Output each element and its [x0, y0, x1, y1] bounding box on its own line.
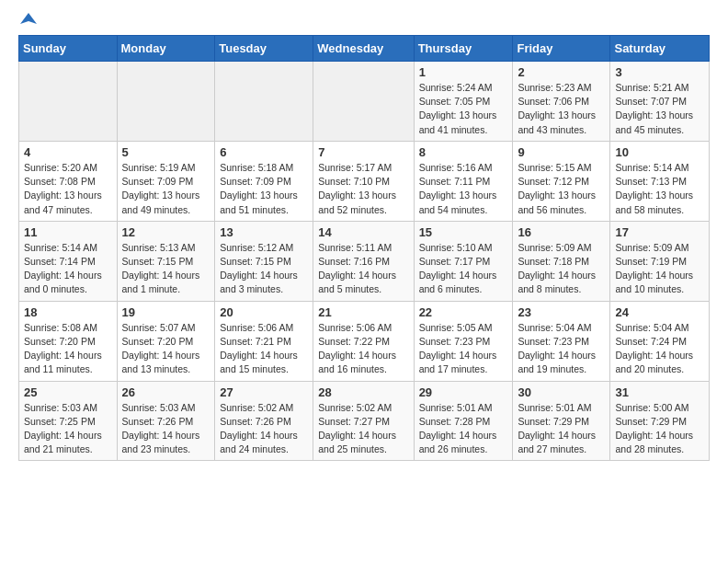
- day-cell: 21Sunrise: 5:06 AM Sunset: 7:22 PM Dayli…: [313, 301, 414, 381]
- day-cell: 12Sunrise: 5:13 AM Sunset: 7:15 PM Dayli…: [117, 221, 215, 301]
- day-number: 21: [318, 305, 408, 319]
- day-number: 30: [518, 385, 605, 399]
- day-info: Sunrise: 5:09 AM Sunset: 7:19 PM Dayligh…: [615, 241, 704, 297]
- header: [18, 15, 710, 28]
- day-info: Sunrise: 5:09 AM Sunset: 7:18 PM Dayligh…: [518, 241, 605, 297]
- day-number: 16: [518, 225, 605, 239]
- day-number: 26: [122, 385, 210, 399]
- day-cell: 24Sunrise: 5:04 AM Sunset: 7:24 PM Dayli…: [610, 301, 710, 381]
- day-info: Sunrise: 5:05 AM Sunset: 7:23 PM Dayligh…: [419, 321, 508, 377]
- day-cell: 17Sunrise: 5:09 AM Sunset: 7:19 PM Dayli…: [610, 221, 710, 301]
- day-number: 12: [122, 225, 210, 239]
- day-number: 17: [615, 225, 704, 239]
- day-number: 10: [615, 145, 704, 159]
- day-info: Sunrise: 5:08 AM Sunset: 7:20 PM Dayligh…: [24, 321, 112, 377]
- day-cell: 18Sunrise: 5:08 AM Sunset: 7:20 PM Dayli…: [19, 301, 118, 381]
- day-cell: 13Sunrise: 5:12 AM Sunset: 7:15 PM Dayli…: [215, 221, 313, 301]
- day-info: Sunrise: 5:03 AM Sunset: 7:26 PM Dayligh…: [122, 401, 210, 457]
- day-info: Sunrise: 5:07 AM Sunset: 7:20 PM Dayligh…: [122, 321, 210, 377]
- day-cell: 11Sunrise: 5:14 AM Sunset: 7:14 PM Dayli…: [19, 221, 118, 301]
- day-cell: 22Sunrise: 5:05 AM Sunset: 7:23 PM Dayli…: [414, 301, 513, 381]
- day-cell: 20Sunrise: 5:06 AM Sunset: 7:21 PM Dayli…: [215, 301, 313, 381]
- svg-marker-0: [20, 13, 37, 24]
- day-number: 18: [24, 305, 112, 319]
- day-cell: 27Sunrise: 5:02 AM Sunset: 7:26 PM Dayli…: [215, 381, 313, 461]
- day-cell: [215, 62, 313, 142]
- day-number: 31: [615, 385, 704, 399]
- week-row-4: 18Sunrise: 5:08 AM Sunset: 7:20 PM Dayli…: [19, 301, 710, 381]
- day-number: 29: [419, 385, 508, 399]
- day-info: Sunrise: 5:21 AM Sunset: 7:07 PM Dayligh…: [615, 81, 704, 137]
- week-row-2: 4Sunrise: 5:20 AM Sunset: 7:08 PM Daylig…: [19, 141, 710, 221]
- day-info: Sunrise: 5:13 AM Sunset: 7:15 PM Dayligh…: [122, 241, 210, 297]
- week-row-3: 11Sunrise: 5:14 AM Sunset: 7:14 PM Dayli…: [19, 221, 710, 301]
- day-cell: 26Sunrise: 5:03 AM Sunset: 7:26 PM Dayli…: [117, 381, 215, 461]
- day-number: 11: [24, 225, 112, 239]
- day-info: Sunrise: 5:20 AM Sunset: 7:08 PM Dayligh…: [24, 161, 112, 217]
- weekday-header-wednesday: Wednesday: [313, 36, 414, 62]
- day-cell: 2Sunrise: 5:23 AM Sunset: 7:06 PM Daylig…: [513, 62, 610, 142]
- day-cell: 29Sunrise: 5:01 AM Sunset: 7:28 PM Dayli…: [414, 381, 513, 461]
- day-number: 25: [24, 385, 112, 399]
- day-number: 4: [24, 145, 112, 159]
- day-info: Sunrise: 5:17 AM Sunset: 7:10 PM Dayligh…: [318, 161, 408, 217]
- day-cell: 23Sunrise: 5:04 AM Sunset: 7:23 PM Dayli…: [513, 301, 610, 381]
- day-info: Sunrise: 5:06 AM Sunset: 7:22 PM Dayligh…: [318, 321, 408, 377]
- day-cell: 31Sunrise: 5:00 AM Sunset: 7:29 PM Dayli…: [610, 381, 710, 461]
- day-cell: 9Sunrise: 5:15 AM Sunset: 7:12 PM Daylig…: [513, 141, 610, 221]
- day-info: Sunrise: 5:14 AM Sunset: 7:14 PM Dayligh…: [24, 241, 112, 297]
- weekday-header-saturday: Saturday: [610, 36, 710, 62]
- day-info: Sunrise: 5:01 AM Sunset: 7:29 PM Dayligh…: [518, 401, 605, 457]
- day-number: 19: [122, 305, 210, 319]
- week-row-5: 25Sunrise: 5:03 AM Sunset: 7:25 PM Dayli…: [19, 381, 710, 461]
- day-number: 14: [318, 225, 408, 239]
- day-info: Sunrise: 5:14 AM Sunset: 7:13 PM Dayligh…: [615, 161, 704, 217]
- day-cell: 5Sunrise: 5:19 AM Sunset: 7:09 PM Daylig…: [117, 141, 215, 221]
- day-cell: 16Sunrise: 5:09 AM Sunset: 7:18 PM Dayli…: [513, 221, 610, 301]
- day-cell: 19Sunrise: 5:07 AM Sunset: 7:20 PM Dayli…: [117, 301, 215, 381]
- day-cell: [19, 62, 118, 142]
- day-cell: 8Sunrise: 5:16 AM Sunset: 7:11 PM Daylig…: [414, 141, 513, 221]
- day-number: 28: [318, 385, 408, 399]
- day-number: 2: [518, 65, 605, 79]
- day-info: Sunrise: 5:18 AM Sunset: 7:09 PM Dayligh…: [220, 161, 308, 217]
- weekday-header-sunday: Sunday: [19, 36, 118, 62]
- day-info: Sunrise: 5:04 AM Sunset: 7:24 PM Dayligh…: [615, 321, 704, 377]
- day-number: 5: [122, 145, 210, 159]
- day-number: 8: [419, 145, 508, 159]
- weekday-header-friday: Friday: [513, 36, 610, 62]
- day-info: Sunrise: 5:02 AM Sunset: 7:26 PM Dayligh…: [220, 401, 308, 457]
- day-cell: 25Sunrise: 5:03 AM Sunset: 7:25 PM Dayli…: [19, 381, 118, 461]
- day-info: Sunrise: 5:03 AM Sunset: 7:25 PM Dayligh…: [24, 401, 112, 457]
- day-info: Sunrise: 5:11 AM Sunset: 7:16 PM Dayligh…: [318, 241, 408, 297]
- logo-bird-icon: [20, 11, 37, 28]
- weekday-header-thursday: Thursday: [414, 36, 513, 62]
- weekday-header-row: SundayMondayTuesdayWednesdayThursdayFrid…: [19, 36, 710, 62]
- logo: [18, 15, 37, 28]
- day-number: 15: [419, 225, 508, 239]
- day-number: 6: [220, 145, 308, 159]
- day-cell: 3Sunrise: 5:21 AM Sunset: 7:07 PM Daylig…: [610, 62, 710, 142]
- day-number: 24: [615, 305, 704, 319]
- day-cell: 28Sunrise: 5:02 AM Sunset: 7:27 PM Dayli…: [313, 381, 414, 461]
- day-info: Sunrise: 5:19 AM Sunset: 7:09 PM Dayligh…: [122, 161, 210, 217]
- day-info: Sunrise: 5:00 AM Sunset: 7:29 PM Dayligh…: [615, 401, 704, 457]
- day-cell: 15Sunrise: 5:10 AM Sunset: 7:17 PM Dayli…: [414, 221, 513, 301]
- day-info: Sunrise: 5:01 AM Sunset: 7:28 PM Dayligh…: [419, 401, 508, 457]
- day-cell: 14Sunrise: 5:11 AM Sunset: 7:16 PM Dayli…: [313, 221, 414, 301]
- week-row-1: 1Sunrise: 5:24 AM Sunset: 7:05 PM Daylig…: [19, 62, 710, 142]
- calendar-container: SundayMondayTuesdayWednesdayThursdayFrid…: [18, 15, 710, 461]
- day-number: 27: [220, 385, 308, 399]
- day-number: 3: [615, 65, 704, 79]
- calendar-table: SundayMondayTuesdayWednesdayThursdayFrid…: [18, 35, 710, 461]
- day-number: 23: [518, 305, 605, 319]
- day-info: Sunrise: 5:23 AM Sunset: 7:06 PM Dayligh…: [518, 81, 605, 137]
- day-number: 13: [220, 225, 308, 239]
- day-cell: 30Sunrise: 5:01 AM Sunset: 7:29 PM Dayli…: [513, 381, 610, 461]
- weekday-header-tuesday: Tuesday: [215, 36, 313, 62]
- day-cell: 6Sunrise: 5:18 AM Sunset: 7:09 PM Daylig…: [215, 141, 313, 221]
- day-info: Sunrise: 5:06 AM Sunset: 7:21 PM Dayligh…: [220, 321, 308, 377]
- day-cell: [117, 62, 215, 142]
- day-info: Sunrise: 5:04 AM Sunset: 7:23 PM Dayligh…: [518, 321, 605, 377]
- day-info: Sunrise: 5:02 AM Sunset: 7:27 PM Dayligh…: [318, 401, 408, 457]
